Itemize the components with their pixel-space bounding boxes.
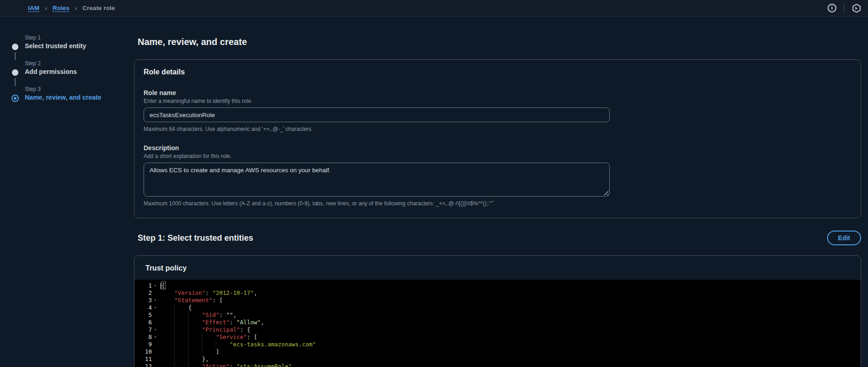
section-heading: Step 1: Select trusted entities (138, 233, 253, 243)
step-connector (15, 52, 16, 60)
role-name-constraint: Maximum 64 characters. Use alphanumeric … (144, 126, 851, 132)
line-number: 1 (134, 282, 152, 289)
role-details-card: Role details Role name Enter a meaningfu… (134, 59, 861, 218)
trust-policy-title: Trust policy (145, 264, 861, 272)
code-line: 11}, (134, 356, 861, 363)
main-content: Name, review, and create Role details Ro… (134, 17, 868, 367)
line-number: 3 (134, 297, 152, 304)
description-constraint: Maximum 1000 characters. Use letters (A-… (144, 200, 851, 207)
step-3-kicker: Step 3 (25, 86, 101, 92)
step-2-kicker: Step 2 (25, 60, 77, 67)
description-textarea[interactable]: Allows ECS to create and manage AWS reso… (144, 163, 610, 197)
fold-caret-icon[interactable]: ▾ (152, 326, 159, 333)
wizard-steps-sidebar: Step 1 Select trusted entity Step 2 Add … (0, 17, 134, 367)
fold-caret-icon[interactable]: ▾ (152, 282, 159, 289)
step-1-kicker: Step 1 (25, 34, 86, 41)
code-line: 2"Version": "2012-10-17", (134, 289, 861, 297)
menu-icon[interactable] (9, 5, 18, 12)
trusted-entities-section-header: Step 1: Select trusted entities Edit (134, 231, 861, 245)
fold-caret-icon[interactable]: ▾ (152, 333, 159, 341)
role-name-label: Role name (144, 89, 851, 96)
code-line: 8▾"Service": [ (134, 333, 861, 341)
breadcrumb-separator-icon: › (45, 5, 47, 12)
code-line: 5"Sid": "", (134, 311, 861, 319)
cloudshell-icon[interactable] (851, 3, 862, 13)
breadcrumb-link-iam[interactable]: IAM (28, 5, 39, 11)
description-help: Add a short explanation for this role. (144, 153, 851, 159)
description-label: Description (144, 144, 851, 152)
description-field: Description Add a short explanation for … (144, 144, 851, 207)
line-number: 12 (134, 363, 152, 367)
role-details-title: Role details (144, 68, 851, 76)
code-line: 9"ecs-tasks.amazonaws.com" (134, 341, 861, 348)
line-number: 5 (134, 311, 152, 319)
code-line: 1▾{ (134, 282, 861, 289)
code-line: 4▾{ (134, 304, 861, 311)
line-number: 7 (134, 326, 152, 333)
wizard-step-1: Step 1 Select trusted entity (11, 34, 129, 60)
topbar-actions: i (828, 3, 862, 13)
code-line: 3▾"Statement": [ (134, 297, 861, 304)
step-2-link[interactable]: Add permissions (25, 68, 77, 75)
code-line: 6"Effect": "Allow", (134, 319, 861, 326)
step-1-link[interactable]: Select trusted entity (25, 42, 86, 50)
line-number: 9 (134, 341, 152, 348)
line-number: 4 (134, 304, 152, 311)
step-1-circle-icon (12, 44, 18, 50)
fold-caret-icon[interactable]: ▾ (152, 304, 159, 311)
step-2-circle-icon (12, 69, 18, 76)
trust-policy-editor[interactable]: 1▾{2"Version": "2012-10-17",3▾"Statement… (134, 280, 861, 367)
topbar-divider (844, 3, 844, 13)
trust-policy-card: Trust policy 1▾{2"Version": "2012-10-17"… (134, 255, 861, 367)
fold-caret-icon[interactable]: ▾ (152, 297, 159, 304)
code-line: 12"Action": "sts:AssumeRole" (134, 363, 861, 367)
role-name-input[interactable] (144, 107, 610, 122)
code-line: 10] (134, 348, 861, 356)
breadcrumb-separator-icon: › (75, 5, 77, 12)
line-number: 8 (134, 333, 152, 341)
step-3-link[interactable]: Name, review, and create (25, 94, 101, 101)
top-navigation-bar: IAM › Roles › Create role i (0, 0, 868, 17)
wizard-step-3: Step 3 Name, review, and create (11, 86, 129, 112)
edit-button[interactable]: Edit (827, 231, 861, 245)
step-connector (15, 78, 16, 86)
info-icon[interactable]: i (828, 4, 836, 12)
code-line: 7▾"Principal": { (134, 326, 861, 333)
breadcrumb-current-page: Create role (83, 5, 115, 11)
breadcrumb: IAM › Roles › Create role (28, 5, 115, 12)
page-title: Name, review, and create (138, 37, 861, 47)
role-name-field: Role name Enter a meaningful name to ide… (144, 89, 851, 132)
line-number: 10 (134, 348, 152, 356)
step-3-active-circle-icon (11, 95, 19, 102)
line-number: 2 (134, 289, 152, 297)
role-name-description: Enter a meaningful name to identify this… (144, 98, 851, 104)
breadcrumb-link-roles[interactable]: Roles (52, 5, 69, 11)
line-number: 6 (134, 319, 152, 326)
wizard-step-2: Step 2 Add permissions (11, 60, 129, 86)
line-number: 11 (134, 356, 152, 363)
